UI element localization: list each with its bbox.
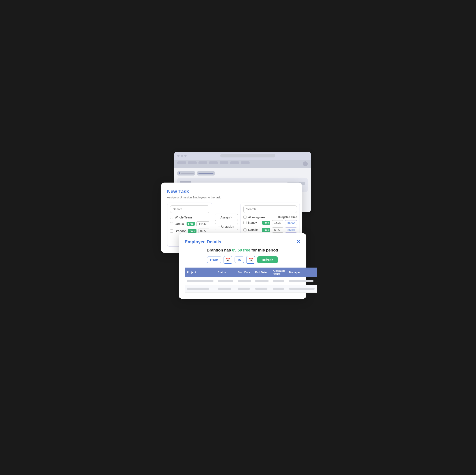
- col-end-date: End Date: [253, 268, 271, 277]
- natalie-checkbox[interactable]: [243, 228, 246, 231]
- employee-details-modal: Employee Details ✕ Brandon has 89.50 fre…: [179, 233, 306, 299]
- close-button[interactable]: ✕: [296, 239, 300, 244]
- whole-team-row: Whole Team: [170, 216, 209, 219]
- all-assignees-checkbox[interactable]: [243, 216, 246, 219]
- table-header-row: Project Status Start Date End Date Alloc…: [185, 268, 317, 277]
- browser-tab-project-settings: [197, 171, 215, 175]
- browser-nav-item: [230, 161, 239, 164]
- brandon-row: Brandon Free 89.50: [170, 229, 209, 234]
- browser-dot-yellow: [181, 154, 183, 157]
- employee-details-header: Employee Details ✕: [185, 239, 300, 244]
- assign-button[interactable]: Assign >: [215, 214, 238, 221]
- table-row: [185, 285, 317, 292]
- browser-dot-green: [184, 154, 187, 157]
- browser-tab-project-menu: [177, 171, 195, 175]
- from-calendar-icon[interactable]: 📅: [223, 256, 232, 264]
- from-label: FROM: [207, 256, 221, 263]
- browser-nav-item: [177, 161, 186, 164]
- row2-project: [187, 288, 209, 290]
- summary-free-text: free: [243, 248, 251, 252]
- nancy-name: Nancy: [248, 221, 260, 224]
- action-buttons: Assign > < Unassign: [215, 203, 238, 230]
- natalie-row: Natalie Free 65.50 36.00: [243, 227, 297, 233]
- nancy-free-hours: 15.33: [272, 220, 283, 225]
- col-status: Status: [216, 268, 236, 277]
- nancy-row: Nancy Free 15.33 56.00: [243, 220, 297, 225]
- james-hours: 145.59: [196, 221, 209, 226]
- brandon-hours: 89.50: [198, 229, 209, 234]
- table-row: [185, 277, 317, 285]
- row1-status: [218, 280, 233, 282]
- browser-url-bar: [220, 154, 275, 157]
- browser-nav-item: [209, 161, 218, 164]
- col-start-date: Start Date: [236, 268, 253, 277]
- summary-text-before: Brandon has: [207, 248, 231, 252]
- row1-manager: [289, 280, 313, 282]
- browser-nav-item: [199, 161, 207, 164]
- to-label: TO: [235, 256, 244, 263]
- row1-project: [187, 280, 213, 282]
- row2-end: [255, 288, 267, 290]
- row2-status: [218, 288, 231, 290]
- natalie-free-badge: Free: [262, 228, 270, 232]
- employee-summary: Brandon has 89.50 free for this period: [185, 248, 300, 253]
- row2-start: [238, 288, 250, 290]
- row1-start: [238, 280, 251, 282]
- new-task-subtitle: Assign or Unassign Employees to the task: [167, 196, 296, 199]
- browser-nav-item: [188, 161, 197, 164]
- james-name: James: [175, 222, 185, 225]
- browser-titlebar: [174, 152, 311, 160]
- to-calendar-icon[interactable]: 📅: [246, 256, 255, 264]
- employee-details-title: Employee Details: [185, 239, 221, 244]
- refresh-button[interactable]: Refresh: [257, 256, 277, 263]
- summary-text-after: for this period: [252, 248, 278, 252]
- brandon-free-badge: Free: [188, 229, 196, 233]
- brandon-name: Brandon: [175, 229, 187, 233]
- browser-tabs: [177, 171, 308, 175]
- col-allocated-hours: Allocated Hours: [271, 268, 287, 277]
- row2-hours: [273, 288, 284, 290]
- whole-team-label: Whole Team: [175, 216, 209, 219]
- summary-amount: 89.50: [232, 248, 242, 252]
- new-task-title: New Task: [167, 189, 296, 194]
- natalie-name: Natalie: [248, 228, 260, 232]
- browser-nav-item: [241, 161, 250, 164]
- col-project: Project: [185, 268, 216, 277]
- col-manager: Manager: [287, 268, 317, 277]
- row1-end: [255, 280, 269, 282]
- james-row: James Free 145.59: [170, 221, 209, 226]
- browser-nav: [174, 160, 311, 168]
- all-assignees-label: All Assignees: [248, 216, 278, 219]
- nancy-budgeted: 56.00: [285, 220, 297, 225]
- nancy-free-badge: Free: [262, 221, 270, 225]
- row1-hours: [273, 280, 284, 282]
- unassign-button[interactable]: < Unassign: [215, 223, 238, 230]
- natalie-free-hours: 65.50: [272, 227, 283, 233]
- project-table: Project Status Start Date End Date Alloc…: [185, 268, 317, 293]
- row2-manager: [289, 288, 315, 290]
- nancy-checkbox[interactable]: [243, 221, 246, 224]
- right-search-input[interactable]: [243, 205, 297, 213]
- budgeted-time-header: Budgeted Time: [278, 216, 297, 219]
- whole-team-checkbox[interactable]: [170, 216, 173, 219]
- browser-nav-avatar: [303, 161, 308, 166]
- natalie-budgeted: 36.00: [285, 227, 297, 233]
- left-search-input[interactable]: [170, 205, 209, 213]
- browser-dot-red: [177, 154, 180, 157]
- james-checkbox[interactable]: [170, 222, 173, 225]
- date-bar: FROM 📅 TO 📅 Refresh: [185, 256, 300, 264]
- james-free-badge: Free: [187, 222, 195, 226]
- brandon-checkbox[interactable]: [170, 229, 173, 233]
- browser-nav-item: [220, 161, 228, 164]
